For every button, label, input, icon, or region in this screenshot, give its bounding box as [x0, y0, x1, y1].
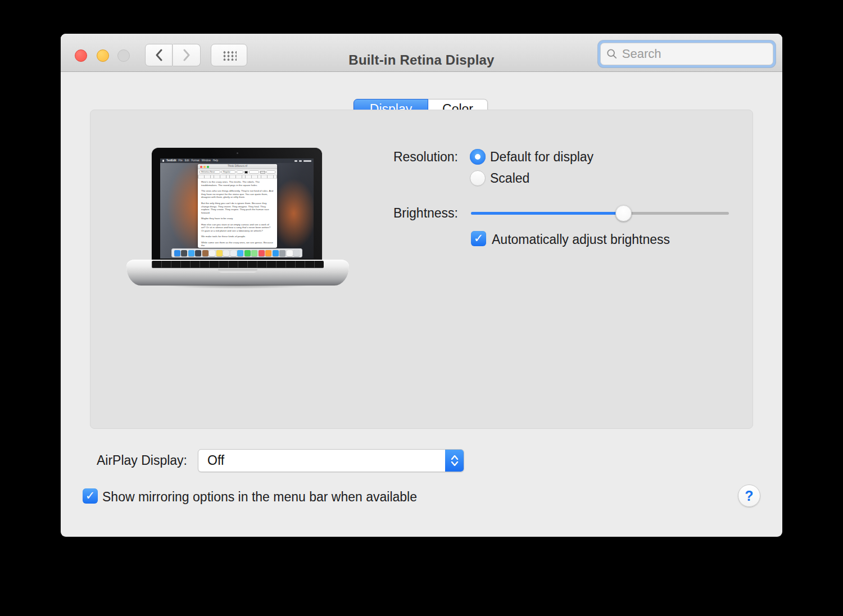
macbook-base — [126, 260, 349, 286]
slider-fill — [471, 212, 623, 215]
calendar-dock-icon — [209, 250, 215, 256]
search-field[interactable] — [600, 43, 773, 65]
airplay-selected-value: Off — [198, 453, 224, 468]
system-preferences-window: Built-in Retina Display Display Color Te… — [61, 34, 782, 537]
menu-status-icons — [294, 160, 311, 162]
textedit-paragraph: Maybe they have to be crazy. — [201, 217, 274, 220]
photo-booth-dock-icon — [195, 250, 201, 256]
dock — [171, 248, 302, 257]
textedit-toolbar: Helvetica Neue Regular — [198, 169, 277, 175]
textedit-paragraph: But the only thing you can't do is ignor… — [201, 202, 274, 215]
text-color-swatch — [244, 171, 248, 174]
laptop-menu-bar: TextEdit FileEditFormatWindowHelp — [160, 158, 314, 163]
textedit-paragraph: Here's to the crazy ones. The misfits. T… — [201, 180, 274, 187]
auto-brightness-label[interactable]: Automatically adjust brightness — [492, 232, 670, 247]
font-style-chip: Regular — [221, 170, 235, 174]
contacts-dock-icon — [202, 250, 209, 256]
ibooks-dock-icon — [265, 250, 271, 256]
maps-dock-icon — [251, 250, 257, 256]
brightness-slider[interactable] — [471, 205, 729, 223]
help-button[interactable]: ? — [738, 484, 760, 507]
menu-item-window: Window — [202, 158, 211, 163]
textedit-window: Think Different.rtf Helvetica Neue Regul… — [198, 164, 277, 248]
macbook-keyboard — [152, 261, 324, 268]
launchpad-dock-icon — [181, 250, 187, 256]
textedit-text: Here's to the crazy ones. The misfits. T… — [198, 179, 277, 248]
bold-italic-underline-chip — [249, 170, 259, 174]
menu-item-edit: Edit — [185, 158, 189, 163]
airplay-display-select[interactable]: Off — [198, 449, 464, 472]
textedit-paragraph: We make tools for these kinds of people. — [201, 235, 274, 238]
search-icon — [606, 48, 618, 60]
menu-item-file: File — [178, 158, 182, 163]
radio-scaled[interactable] — [470, 170, 486, 186]
radio-default-label[interactable]: Default for display — [490, 150, 593, 165]
itunes-dock-icon — [259, 250, 265, 256]
textedit-paragraph: While some see them as the crazy ones, w… — [201, 241, 274, 247]
airplay-display-label: AirPlay Display: — [75, 453, 187, 468]
safari-dock-icon — [188, 250, 194, 256]
apple-icon — [162, 160, 164, 162]
photos-dock-icon — [230, 250, 237, 256]
laptop-menu-items: FileEditFormatWindowHelp — [178, 158, 218, 163]
menu-item-format: Format — [191, 158, 199, 163]
textedit-paragraph: The ones who see things differently. The… — [201, 189, 274, 199]
menu-app-name: TextEdit — [166, 158, 176, 163]
textedit-document-title: Think Different.rtf — [198, 165, 277, 167]
macbook-lid-notch — [218, 269, 257, 273]
slider-thumb[interactable] — [615, 205, 632, 221]
finder-dock-icon — [174, 250, 180, 256]
title-bar[interactable]: Built-in Retina Display — [61, 34, 782, 72]
facetime-dock-icon — [244, 250, 251, 256]
textedit-doc-dock-icon — [287, 250, 293, 256]
macbook-shadow — [132, 285, 343, 291]
radio-scaled-label[interactable]: Scaled — [490, 171, 529, 186]
font-family-chip: Helvetica Neue — [200, 170, 220, 174]
spacing-chip — [266, 170, 275, 174]
menu-item-help: Help — [213, 158, 218, 163]
brightness-label: Brightness: — [346, 206, 458, 221]
search-input[interactable] — [622, 47, 767, 61]
auto-brightness-checkbox[interactable] — [471, 231, 486, 246]
system-preferences-dock-icon — [279, 250, 285, 256]
font-size-chip — [237, 170, 243, 174]
camera-dot — [237, 152, 238, 154]
resolution-label: Resolution: — [346, 150, 458, 165]
show-mirroring-label[interactable]: Show mirroring options in the menu bar w… — [102, 490, 417, 505]
trash-dock-icon — [293, 250, 300, 256]
show-mirroring-checkbox[interactable] — [83, 488, 98, 504]
notes-dock-icon — [216, 250, 223, 256]
reminders-dock-icon — [223, 250, 229, 256]
select-stepper-icon — [445, 450, 464, 472]
macbook-screen-wallpaper: TextEdit FileEditFormatWindowHelp Think … — [160, 158, 314, 259]
textedit-paragraph: How else can you stare at an empty canva… — [201, 223, 274, 233]
alignment-buttons — [260, 171, 265, 174]
macbook-preview-lid: TextEdit FileEditFormatWindowHelp Think … — [152, 148, 322, 261]
radio-default-for-display[interactable] — [470, 149, 486, 165]
textedit-title-bar: Think Different.rtf — [198, 164, 277, 169]
search-focus-ring — [598, 40, 776, 67]
messages-dock-icon — [237, 250, 243, 256]
app-store-dock-icon — [273, 250, 279, 256]
